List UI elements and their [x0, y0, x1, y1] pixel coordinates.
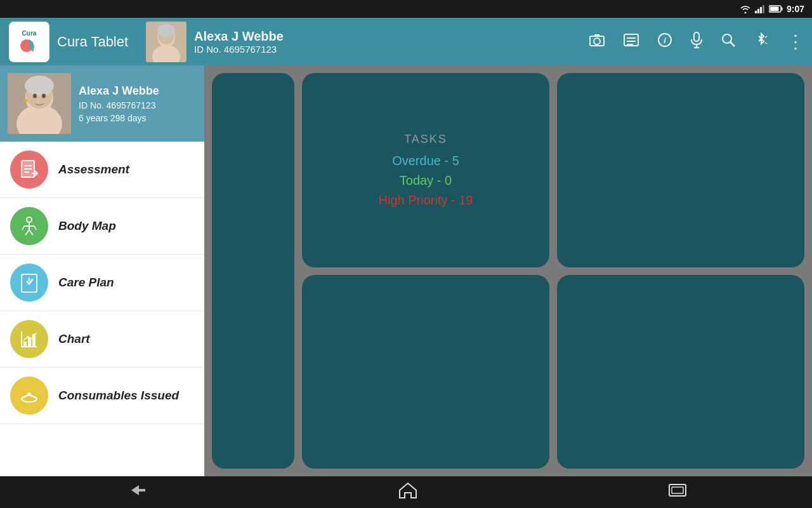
- tile-bottom-mid[interactable]: [302, 275, 549, 469]
- svg-point-34: [25, 76, 54, 96]
- tasks-today: Today - 0: [400, 173, 452, 188]
- svg-point-43: [27, 217, 32, 222]
- sidebar: Alexa J Webbe ID No. 4695767123 6 years …: [0, 65, 204, 476]
- tile-top-right[interactable]: [557, 73, 804, 267]
- status-icons: 9:07: [740, 4, 804, 14]
- header-toolbar: i ⋮: [589, 32, 803, 52]
- sidebar-item-careplan[interactable]: Care Plan: [0, 255, 204, 311]
- recents-button[interactable]: [668, 482, 687, 502]
- svg-line-49: [34, 226, 36, 230]
- svg-rect-3: [763, 5, 764, 13]
- svg-text:Cura: Cura: [22, 30, 37, 37]
- tile-bottom-right[interactable]: [557, 275, 804, 469]
- svg-rect-2: [760, 7, 762, 13]
- svg-rect-54: [28, 338, 31, 347]
- svg-rect-53: [23, 342, 27, 347]
- svg-line-46: [25, 230, 29, 235]
- consumables-icon: [10, 377, 48, 415]
- svg-rect-6: [769, 7, 778, 11]
- svg-line-47: [29, 230, 33, 235]
- microphone-button[interactable]: [690, 32, 703, 52]
- cura-logo-svg: Cura: [13, 25, 46, 58]
- notes-button[interactable]: [623, 32, 639, 51]
- bodymap-label: Body Map: [58, 219, 116, 233]
- svg-point-15: [594, 38, 600, 44]
- sidebar-patient-duration: 6 years 298 days: [79, 113, 159, 123]
- app-title: Cura Tablet: [57, 34, 128, 50]
- sidebar-item-consumables[interactable]: Consumables Issued: [0, 368, 204, 424]
- sidebar-patient-id: ID No. 4695767123: [79, 100, 159, 110]
- svg-point-13: [157, 24, 175, 37]
- sidebar-item-chart[interactable]: Chart: [0, 311, 204, 368]
- svg-rect-1: [757, 9, 759, 13]
- header-patient-id: ID No. 4695767123: [194, 44, 581, 55]
- chart-icon: [10, 320, 48, 358]
- sidebar-item-bodymap[interactable]: Body Map: [0, 198, 204, 255]
- svg-point-26: [723, 34, 731, 43]
- camera-button[interactable]: [589, 33, 605, 51]
- header: Cura Cura Tablet Alexa J Webbe ID No. 46…: [0, 18, 812, 65]
- info-button[interactable]: i: [657, 32, 672, 51]
- chart-label: Chart: [58, 332, 90, 346]
- assessment-icon: [10, 150, 48, 189]
- back-button[interactable]: [125, 482, 148, 502]
- svg-point-36: [42, 94, 46, 98]
- header-patient-info: Alexa J Webbe ID No. 4695767123: [194, 29, 581, 55]
- assessment-label: Assessment: [58, 163, 129, 177]
- signal-icon: [755, 4, 765, 13]
- careplan-label: Care Plan: [58, 276, 114, 290]
- svg-line-48: [22, 226, 24, 230]
- bottom-navigation: [0, 476, 812, 508]
- sidebar-item-assessment[interactable]: Assessment: [0, 142, 204, 198]
- main-container: Alexa J Webbe ID No. 4695767123 6 years …: [0, 65, 812, 476]
- tile-tasks[interactable]: TASKS Overdue - 5 Today - 0 High Priorit…: [302, 73, 549, 267]
- header-patient-name: Alexa J Webbe: [194, 29, 581, 44]
- status-bar: 9:07: [0, 0, 812, 18]
- battery-icon: [769, 5, 783, 13]
- patient-card: Alexa J Webbe ID No. 4695767123 6 years …: [0, 65, 204, 142]
- svg-rect-16: [594, 34, 599, 37]
- search-button[interactable]: [721, 32, 736, 51]
- svg-rect-0: [755, 11, 757, 13]
- app-logo: Cura: [9, 22, 49, 62]
- wifi-icon: [740, 4, 751, 13]
- svg-line-28: [765, 36, 767, 37]
- careplan-icon: [10, 264, 48, 302]
- svg-rect-5: [781, 8, 782, 11]
- tasks-priority: High Priority - 19: [379, 193, 473, 208]
- bodymap-icon: [10, 207, 48, 245]
- svg-rect-58: [672, 487, 683, 493]
- more-menu-button[interactable]: ⋮: [787, 33, 803, 51]
- header-patient-photo: [146, 22, 187, 62]
- consumables-label: Consumables Issued: [58, 389, 179, 403]
- tile-left[interactable]: [212, 73, 294, 469]
- sidebar-patient-name: Alexa J Webbe: [79, 84, 159, 98]
- content-area: TASKS Overdue - 5 Today - 0 High Priorit…: [204, 65, 812, 476]
- clock: 9:07: [787, 4, 804, 14]
- home-button[interactable]: [398, 481, 417, 503]
- svg-line-29: [765, 43, 767, 44]
- svg-point-35: [33, 94, 37, 98]
- tasks-overdue: Overdue - 5: [392, 154, 459, 168]
- bluetooth-button[interactable]: [754, 32, 769, 51]
- tasks-title: TASKS: [404, 133, 447, 146]
- patient-card-info: Alexa J Webbe ID No. 4695767123 6 years …: [79, 84, 159, 123]
- svg-text:i: i: [664, 36, 666, 45]
- svg-line-27: [730, 42, 735, 46]
- patient-photo-sidebar: [8, 73, 71, 134]
- svg-point-37: [23, 99, 27, 103]
- svg-rect-23: [694, 32, 699, 41]
